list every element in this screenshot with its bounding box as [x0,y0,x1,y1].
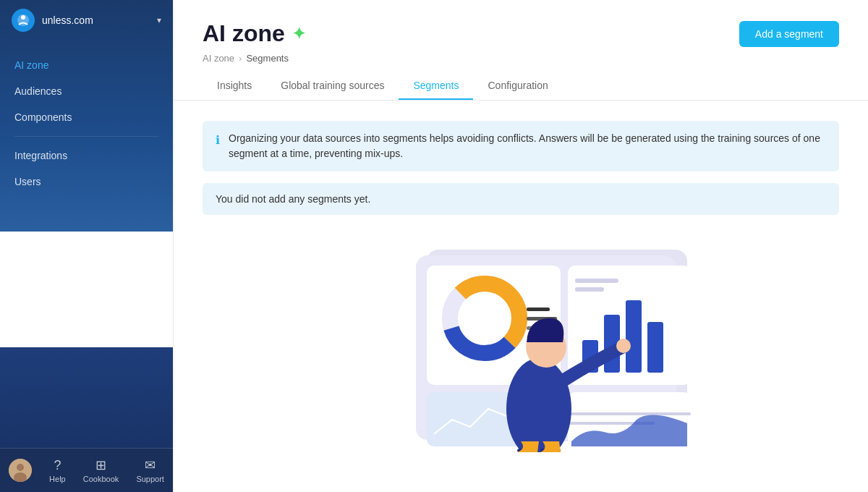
help-button[interactable]: ? Help [49,458,66,483]
workspace-name: unless.com [42,14,157,26]
support-icon: ✉ [145,457,156,473]
cookbook-button[interactable]: ⊞ Cookbook [83,457,119,483]
sidebar-item-components[interactable]: Components [0,104,173,130]
svg-point-3 [17,464,24,471]
svg-rect-19 [575,279,618,283]
tab-configuration[interactable]: Configuration [473,72,562,100]
empty-state-message: You did not add any segments yet. [203,183,839,215]
tab-global-training-sources[interactable]: Global training sources [266,72,399,100]
page-title: AI zone ✦ [203,20,305,47]
add-segment-button[interactable]: Add a segment [739,21,839,47]
svg-rect-20 [575,287,604,292]
svg-rect-23 [568,412,691,415]
content-area: ℹ Organizing your data sources into segm… [174,101,868,492]
illustration [203,235,839,452]
svg-point-27 [616,339,631,353]
sidebar-footer: ? Help ⊞ Cookbook ✉ Support [0,448,173,492]
page-header: AI zone ✦ Add a segment AI zone › Segmen… [174,0,868,101]
sidebar-item-users[interactable]: Users [0,169,173,195]
breadcrumb-parent[interactable]: AI zone [203,53,234,64]
tab-segments[interactable]: Segments [399,72,473,100]
breadcrumb-separator: › [239,53,242,64]
help-icon: ? [54,458,61,473]
chevron-down-icon: ▾ [157,15,161,25]
support-button[interactable]: ✉ Support [136,457,164,483]
main-content: AI zone ✦ Add a segment AI zone › Segmen… [174,0,868,492]
cookbook-icon: ⊞ [95,457,106,473]
sidebar-nav: AI zone Audiences Components Integration… [0,41,173,448]
info-banner: ℹ Organizing your data sources into segm… [203,121,839,171]
sidebar-item-audiences[interactable]: Audiences [0,78,173,104]
sidebar-item-integrations[interactable]: Integrations [0,143,173,169]
sidebar-item-ai-zone[interactable]: AI zone [0,52,173,78]
svg-rect-11 [527,308,550,311]
title-row: AI zone ✦ Add a segment [203,20,839,47]
nav-divider [14,136,158,137]
svg-rect-18 [647,322,663,373]
sidebar-header[interactable]: unless.com ▾ [0,0,173,41]
svg-rect-17 [626,300,642,373]
tab-insights[interactable]: Insights [203,72,266,100]
tab-bar: Insights Global training sources Segment… [203,72,839,100]
avatar[interactable] [9,459,32,482]
sidebar: unless.com ▾ AI zone Audiences Component… [0,0,174,492]
info-icon: ℹ [216,132,220,149]
app-logo [12,9,35,32]
svg-point-1 [21,15,25,20]
breadcrumb-current: Segments [246,53,289,64]
sparkle-icon: ✦ [292,25,305,43]
breadcrumb: AI zone › Segments [203,53,839,64]
